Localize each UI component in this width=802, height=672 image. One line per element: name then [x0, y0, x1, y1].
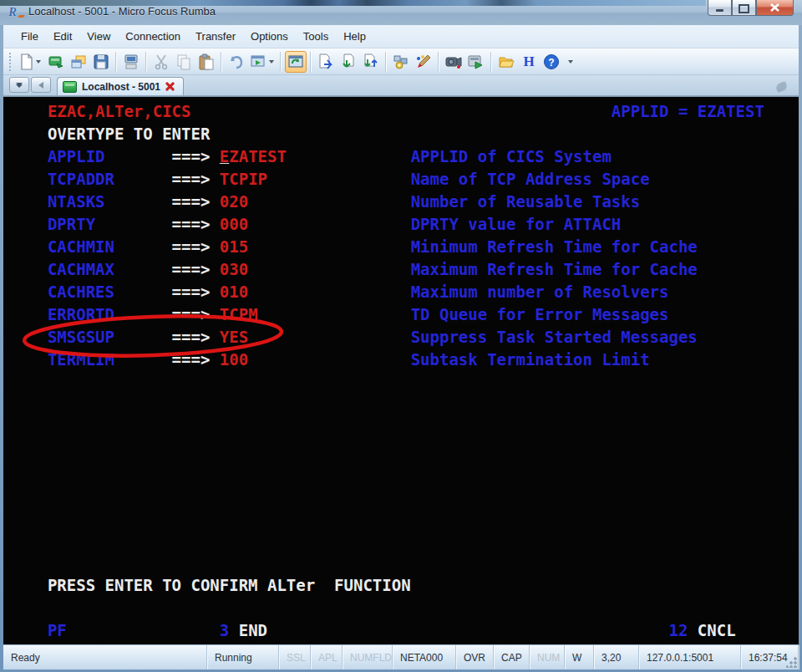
menu-options[interactable]: Options — [243, 27, 296, 46]
terminal-line: TERMLIM ===> 100 Subtask Termination Lim… — [28, 349, 799, 371]
terminal-text: ===> — [172, 260, 211, 278]
record-camera-icon — [445, 54, 462, 69]
menu-file[interactable]: File — [13, 27, 46, 46]
terminal-3270-icon — [63, 81, 77, 93]
menu-view[interactable]: View — [79, 27, 118, 46]
terminal-lines: EZAC,ALTer,CICS APPLID = EZATEST OVERTYP… — [3, 97, 799, 642]
open-session-button[interactable] — [495, 51, 517, 73]
toolbar-separator — [490, 52, 492, 72]
transfer-file-icon — [362, 53, 380, 70]
terminal-text: 100 — [220, 350, 248, 369]
terminal-line — [28, 416, 799, 439]
terminal-text: ===> — [172, 305, 211, 323]
toolbar-separator — [145, 52, 147, 72]
undo-icon — [228, 53, 245, 70]
status-w: W — [565, 645, 594, 669]
toolbar-separator — [280, 52, 282, 72]
terminal-line: ERRORTD ===> TCPM TD Queue for Error Mes… — [28, 303, 799, 326]
session-profile-button[interactable] — [68, 51, 89, 73]
terminal-line — [28, 394, 799, 416]
terminal-text: Number of Reusable Tasks — [411, 192, 641, 211]
terminal-text: APPLID = EZATEST — [612, 102, 764, 120]
undo-button[interactable] — [226, 51, 247, 73]
terminal-text: TCPADDR — [48, 170, 114, 188]
terminal-text: Suppress Task Started Messages — [411, 328, 698, 346]
send-file-button[interactable] — [315, 51, 337, 73]
save-button[interactable] — [90, 51, 112, 73]
terminal-text: 010 — [220, 283, 248, 301]
resize-grip-icon[interactable] — [786, 657, 797, 668]
terminal-text: ===> — [172, 192, 211, 211]
terminal-text: 000 — [220, 215, 248, 233]
session-refresh-icon — [287, 53, 304, 70]
terminal-line — [28, 484, 799, 507]
toolbar-separator — [310, 52, 312, 72]
tab-list-button[interactable] — [9, 77, 29, 93]
help-button[interactable]: ? — [541, 51, 562, 73]
terminal-text: 12 — [668, 621, 688, 639]
terminal-line: PF 3 END 12 CNCL — [28, 619, 799, 642]
menu-transfer[interactable]: Transfer — [188, 27, 243, 46]
ftp-settings-button[interactable] — [390, 51, 412, 73]
cut-button[interactable] — [150, 51, 172, 73]
maximize-button[interactable] — [732, 0, 756, 16]
color-setup-button[interactable] — [413, 51, 434, 73]
run-macro-button[interactable] — [465, 51, 487, 73]
terminal-text: ===> — [172, 283, 211, 301]
rumba-app-icon: R — [8, 4, 23, 18]
status-cap: CAP — [494, 645, 530, 669]
chevron-down-icon — [16, 84, 23, 88]
menu-help[interactable]: Help — [336, 27, 373, 46]
minimize-button[interactable] — [708, 0, 732, 16]
toolbar-overflow-button[interactable] — [565, 60, 575, 64]
terminal-line: NTASKS ===> 020 Number of Reusable Tasks — [28, 191, 799, 213]
terminal-text: TD Queue for Error Messages — [411, 305, 669, 323]
terminal-text: 020 — [220, 192, 248, 211]
terminal-text: APPLID of CICS System — [411, 147, 612, 165]
terminal-text: ERRORTD — [48, 305, 114, 323]
tab-close-icon[interactable] — [165, 82, 175, 91]
session-windows-icon — [70, 53, 87, 70]
paste-button[interactable] — [195, 51, 217, 73]
minimize-icon — [716, 9, 723, 12]
session-tab[interactable]: Localhost - 5001 — [57, 77, 184, 95]
terminal-line — [28, 507, 799, 529]
menu-tools[interactable]: Tools — [296, 27, 336, 46]
print-screen-button[interactable] — [120, 51, 142, 73]
new-session-button[interactable] — [16, 51, 44, 73]
terminal-text: TERMLIM — [48, 350, 114, 369]
terminal-screen[interactable]: EZAC,ALTer,CICS APPLID = EZATEST OVERTYP… — [3, 96, 799, 644]
toolbar-grip[interactable] — [8, 53, 13, 71]
application-window: R Localhost - 5001 - Micro Focus Rumba F… — [0, 0, 802, 672]
color-brush-icon — [415, 53, 432, 70]
terminal-text: FUNCTION — [334, 576, 411, 594]
status-3-20: 3,20 — [594, 645, 639, 669]
terminal-line: TCPADDR ===> TCPIP Name of TCP Address S… — [28, 168, 799, 191]
copy-button[interactable] — [173, 51, 195, 73]
toolbar-separator — [438, 52, 439, 72]
menu-connection[interactable]: Connection — [118, 27, 188, 46]
copy-icon — [175, 53, 192, 70]
terminal-text: PRESS ENTER TO CONFIRM ALTer — [48, 576, 315, 594]
toolbar-separator — [221, 52, 222, 72]
close-button[interactable] — [756, 0, 794, 16]
dropdown-caret-icon — [36, 60, 41, 64]
record-macro-button[interactable] — [443, 51, 464, 73]
receive-file-button[interactable] — [338, 51, 359, 73]
hotspots-button[interactable]: H — [518, 51, 540, 73]
terminal-text: Maximum Refresh Time for Cache — [411, 260, 698, 278]
connect-button[interactable] — [45, 51, 67, 73]
terminal-text: Minimum Refresh Time for Cache — [411, 237, 698, 256]
macro-button[interactable] — [248, 51, 277, 73]
terminal-line: EZAC,ALTer,CICS APPLID = EZATEST — [28, 100, 799, 123]
pin-icon — [775, 81, 789, 93]
menu-edit[interactable]: Edit — [46, 27, 79, 46]
active-session-button[interactable] — [285, 51, 307, 73]
transfer-file-button[interactable] — [360, 51, 382, 73]
tab-scroll-left-button[interactable] — [31, 77, 51, 93]
toolbar-separator — [385, 52, 387, 72]
terminal-text: CACHMIN — [48, 237, 114, 256]
terminal-text: NTASKS — [48, 192, 105, 211]
title-bar[interactable]: R Localhost - 5001 - Micro Focus Rumba — [0, 0, 802, 25]
restore-icon — [739, 4, 749, 13]
